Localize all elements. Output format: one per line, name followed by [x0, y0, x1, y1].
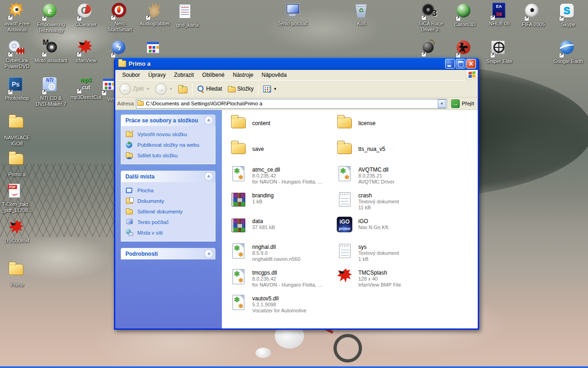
desktop-icon-nti-cd-dvd-maker[interactable]: NTI CD & DVD-Maker 7: [34, 76, 68, 107]
folder-icon: [231, 143, 246, 154]
file-list[interactable]: content save: [222, 110, 478, 328]
dll-icon: [339, 166, 351, 181]
file-detail: nnghaldll.navon.n560: [252, 256, 300, 262]
chevron-down-icon[interactable]: [205, 250, 213, 258]
views-button[interactable]: ▼: [261, 85, 279, 93]
crash[interactable]: crash Textový dokument 11 kB: [334, 191, 434, 217]
docs-icon: [126, 199, 133, 204]
back-dropdown-icon[interactable]: ▼: [146, 87, 150, 91]
data[interactable]: data 37 681 kB: [228, 217, 328, 242]
views-dropdown-icon[interactable]: ▼: [273, 87, 277, 91]
save[interactable]: save: [228, 139, 328, 165]
up-button[interactable]: [176, 84, 190, 94]
iGO[interactable]: iGO Nav N Go Kft.: [334, 217, 434, 242]
webpub-icon: [126, 142, 132, 148]
desktop-icon-navigace-igo8[interactable]: NAVIGACE iGO8: [0, 113, 34, 147]
desktop-icon-cyberlink-powerdvd[interactable]: CyberLink PowerDVD: [0, 40, 34, 69]
place-link[interactable]: Tento počítač: [126, 218, 212, 226]
back-button[interactable]: Zpět ▼: [117, 82, 152, 96]
menu-item[interactable]: Oblíbené: [198, 71, 229, 79]
desktop-icon-empowering-technology[interactable]: Empowering Technology: [34, 3, 68, 34]
vautov5.dll[interactable]: vautov5.dll 5.2.1.9098 Vocalizer for Aut…: [228, 294, 328, 320]
address-path: C:\Documents and Settings\IGOR\Plocha\Pr…: [146, 101, 436, 106]
desktop-icon-grid-karta[interactable]: grid_karta: [170, 3, 204, 28]
desktop-icon-nhl09[interactable]: NHL® 09: [482, 3, 516, 27]
place-link[interactable]: Sdílené dokumenty: [126, 208, 212, 215]
desktop-icon-irfanview[interactable]: IrfanView: [69, 40, 103, 63]
desktop-icon-kos[interactable]: Koš: [345, 3, 379, 27]
desktop-icon-moto-assistant[interactable]: Moto assistant: [34, 40, 68, 63]
desktop-icon-avast[interactable]: avast! Free Antivirus: [0, 3, 34, 33]
file-column-right: license tts_nua_v5: [334, 114, 434, 294]
chevron-up-icon[interactable]: [205, 172, 213, 180]
address-bar: Adresa C:\Documents and Settings\IGOR\Pl…: [115, 98, 478, 110]
search-button[interactable]: Hledat: [195, 84, 225, 93]
task-link[interactable]: Publikovat složky na webu: [126, 141, 212, 149]
license[interactable]: license: [334, 114, 434, 139]
menu-item[interactable]: Nápověda: [257, 71, 291, 79]
tmcgps.dll[interactable]: tmcgps.dll 8.0.235.42 for NAVON - Hungar…: [228, 268, 328, 294]
close-button[interactable]: [466, 59, 476, 69]
panel-file-tasks-header[interactable]: Práce se soubory a složkou: [121, 115, 215, 126]
AVQTMC.dll[interactable]: AVQTMC.dll 8.0.235.21 AVQTMC Driver: [334, 165, 434, 191]
task-link[interactable]: Vytvořit novou složku: [126, 131, 212, 138]
desktop-icon-primo[interactable]: Primo: [0, 260, 34, 288]
desktop-icon-bomb[interactable]: [413, 40, 447, 58]
menu-item[interactable]: Soubor: [118, 71, 144, 79]
desktop-icon-google-earth[interactable]: Google Earth: [551, 40, 585, 64]
menu-item[interactable]: Nástroje: [229, 71, 258, 79]
task-link[interactable]: Sdílet tuto složku: [126, 152, 212, 159]
desktop-icon-toca-race-driver[interactable]: ToCA Race Driver 3.: [413, 3, 447, 33]
desktop-icon-nero-startsmart[interactable]: Nero StartSmart: [103, 3, 137, 33]
menu-item[interactable]: Úpravy: [144, 71, 170, 79]
minimize-button[interactable]: [445, 59, 455, 69]
desktop-icon-app-window[interactable]: [138, 40, 172, 59]
folders-button[interactable]: Složky: [226, 85, 256, 93]
shortcut-arrow-icon: [42, 52, 47, 57]
content[interactable]: content: [228, 114, 328, 139]
go-button[interactable]: → Přejít: [449, 99, 476, 108]
address-dropdown-button[interactable]: ▼: [438, 99, 446, 108]
desktop-icon-tcom-pdf[interactable]: T-Com_fakt... _pdf_11708...: [0, 182, 34, 213]
desktop-icon-skype[interactable]: Skype: [551, 3, 585, 28]
place-link[interactable]: Místa v síti: [126, 229, 212, 236]
desktop-icon-primo-a[interactable]: Primo a: [0, 150, 34, 178]
address-input[interactable]: C:\Documents and Settings\IGOR\Plocha\Pr…: [136, 99, 447, 109]
desktop-icon-audiograbber[interactable]: Audiograbber: [138, 3, 172, 27]
panel-details-header[interactable]: Podrobnosti: [121, 248, 215, 259]
dll-icon: [232, 269, 244, 284]
file-detail: 11 kB: [358, 205, 399, 211]
chevron-up-icon[interactable]: [205, 116, 213, 124]
maximize-button[interactable]: [456, 59, 465, 69]
sharedocs-icon: [126, 209, 133, 214]
place-link[interactable]: Plocha: [126, 187, 212, 194]
desktop-icon-ccleaner[interactable]: CCleaner: [69, 3, 103, 28]
place-link[interactable]: Dokumenty: [126, 197, 212, 205]
place-link-label: Tento počítač: [137, 219, 169, 225]
nnghal.dll[interactable]: nnghal.dll 8.5.9.0 nnghaldll.navon.n560: [228, 242, 328, 268]
panel-other-places-header[interactable]: Další místa: [121, 171, 215, 182]
desktop-icon-fifa2005[interactable]: FIFA 2005: [516, 3, 550, 28]
titlebar[interactable]: Primo a: [115, 58, 478, 70]
TMCSplash[interactable]: TMCSplash 128 x 40 IrfanView BMP File: [334, 268, 434, 294]
desktop-icon-label: FIFA 2005: [516, 22, 550, 28]
branding[interactable]: branding 1 kB: [228, 191, 328, 217]
desktop-icon-carom3d[interactable]: Carom3D: [448, 3, 482, 28]
shortcut-arrow-icon: [102, 91, 107, 96]
desktop-icon-dsc00894[interactable]: DSC00894: [0, 220, 34, 244]
desktop-icon-tento-pocitac[interactable]: Tento počítač: [276, 3, 310, 27]
desktop-icon-ninja[interactable]: [448, 40, 482, 58]
desktop-icon-photoshop[interactable]: Photoshop: [0, 76, 34, 101]
file-detail: Textový dokument: [358, 250, 399, 256]
forward-dropdown-icon[interactable]: ▼: [169, 87, 173, 91]
file-name: tmcgps.dll: [252, 270, 322, 276]
forward-button[interactable]: ▼: [153, 82, 175, 96]
menu-item[interactable]: Zobrazit: [170, 71, 198, 79]
atmc_ce.dll[interactable]: atmc_ce.dll 8.0.235.42 for NAVON - Hunga…: [228, 165, 328, 191]
sys[interactable]: sys Textový dokument 1 kB: [334, 242, 434, 268]
tts_nua_v5[interactable]: tts_nua_v5: [334, 139, 434, 165]
desktop-icon-sniper-elite[interactable]: Sniper Elite: [482, 40, 516, 64]
taskbar-edge[interactable]: [0, 366, 588, 368]
window-folder-icon: [118, 60, 126, 67]
shortcut-arrow-icon: [77, 52, 82, 57]
